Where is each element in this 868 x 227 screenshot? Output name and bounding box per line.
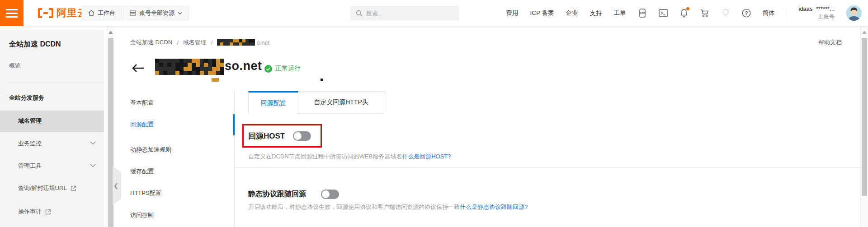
submenu-cache-config[interactable]: 缓存配置: [130, 167, 154, 176]
nav-tickets[interactable]: 工单: [614, 9, 626, 17]
sidebar-item-label: 管理工具: [18, 162, 42, 170]
config-tabs: 回源配置 自定义回源HTTP头: [248, 91, 384, 114]
breadcrumb-separator: /: [211, 39, 213, 46]
content-vertical-divider: [234, 91, 235, 227]
origin-host-description-text: 自定义在DCDN节点回源过程中所需访问的WEB服务器域名: [248, 153, 402, 160]
search-icon: [356, 10, 363, 17]
avatar[interactable]: [846, 5, 862, 21]
nav-icp[interactable]: ICP 备案: [530, 9, 554, 17]
svg-text:APP: APP: [640, 12, 645, 14]
toggle-knob: [322, 190, 330, 198]
redacted-domain-mosaic: [217, 39, 255, 46]
sidebar-divider: [8, 83, 104, 83]
account-role: 主账号: [818, 13, 835, 21]
aliyun-logo[interactable]: 阿里云: [38, 0, 88, 26]
scroll-up-arrow[interactable]: [862, 31, 867, 34]
section-divider: [235, 167, 860, 168]
breadcrumb-current-domain: o.net: [217, 39, 269, 46]
help-doc-link[interactable]: 帮助文档: [818, 38, 842, 46]
submenu-basic-config[interactable]: 基本配置: [130, 99, 154, 107]
svg-text:?: ?: [745, 10, 748, 16]
red-highlight-box: [242, 124, 322, 148]
cart-icon[interactable]: [700, 9, 709, 18]
static-protocol-description: 开启该功能后，对静态协议生效，回源使用协议和客户端访问资源的协议保持一致什么是静…: [248, 203, 528, 211]
notification-dot: [686, 7, 689, 10]
app-icon[interactable]: APP: [638, 9, 647, 18]
nav-support[interactable]: 支持: [590, 9, 602, 17]
page-title-domain-suffix: so.net: [225, 59, 262, 73]
chevron-down-icon[interactable]: [90, 141, 96, 145]
breadcrumb-separator: /: [177, 39, 179, 46]
sidebar-section-title: 全站分发服务: [9, 94, 44, 102]
origin-host-help-link[interactable]: 什么是回源HOST?: [402, 153, 451, 160]
sidebar-item-label: 操作审计: [18, 208, 42, 216]
redacted-domain-title-mosaic: [155, 59, 224, 75]
product-sidebar: 全站加速 DCDN 概览 全站分发服务 域名管理 业务监控 管理工具 查询/解封…: [0, 30, 104, 227]
static-protocol-description-text: 开启该功能后，对静态协议生效，回源使用协议和客户端访问资源的协议保持一致: [248, 204, 460, 210]
submenu-origin-config[interactable]: 回源配置: [130, 120, 154, 129]
status-label: 正常运行: [275, 65, 301, 73]
submenu-https-config[interactable]: HTTPS配置: [130, 189, 161, 197]
origin-host-description: 自定义在DCDN节点回源过程中所需访问的WEB服务器域名什么是回源HOST?: [248, 153, 451, 161]
redacted-stray-mosaic: [321, 79, 323, 81]
help-icon[interactable]: ?: [742, 9, 751, 18]
sidebar-item-action-trail[interactable]: 操作审计: [18, 208, 51, 216]
bell-icon[interactable]: [679, 9, 689, 18]
scrollbar-thumb[interactable]: [862, 38, 867, 196]
submenu-active-indicator: [233, 114, 235, 135]
static-protocol-toggle[interactable]: [321, 190, 339, 199]
sidebar-item-management-tools[interactable]: 管理工具: [18, 162, 42, 170]
workbench-button[interactable]: 工作台: [81, 6, 122, 20]
submenu-acceleration-rules[interactable]: 动静态加速规则: [130, 146, 171, 154]
global-search[interactable]: [350, 6, 459, 20]
sidebar-item-domain-management[interactable]: 域名管理: [18, 117, 42, 125]
submenu-access-control[interactable]: 访问控制: [130, 211, 154, 219]
sidebar-selected-highlight: [0, 111, 104, 132]
terminal-icon[interactable]: [659, 9, 668, 18]
chevron-left-icon: ❮: [113, 182, 118, 189]
header-divider: [787, 8, 787, 19]
workbench-label: 工作台: [98, 9, 115, 17]
redacted-stray-mosaic: [212, 78, 219, 82]
header-right-nav: 费用 ICP 备案 企业 支持 工单 APP ?: [506, 0, 862, 26]
panel-collapse-handle[interactable]: ❮: [113, 166, 121, 205]
language-switcher[interactable]: 简体: [763, 9, 775, 17]
sidebar-item-query-unblock-url[interactable]: 查询/解封违规URL: [18, 184, 76, 192]
top-header: 阿里云 工作台 账号全部资源 费用 ICP 备案 企业 支持 工单 APP: [0, 0, 868, 26]
account-resources-label: 账号全部资源: [139, 9, 175, 17]
account-name: idaas_******...: [799, 5, 835, 12]
chevron-down-icon: [178, 12, 182, 15]
breadcrumb-domain-management[interactable]: 域名管理: [183, 38, 207, 46]
status-badge: 正常运行: [264, 65, 301, 73]
page-scrollbar[interactable]: [860, 26, 868, 227]
home-icon: [88, 10, 94, 16]
external-link-icon: [71, 185, 76, 191]
scroll-up-arrow[interactable]: [108, 31, 113, 34]
breadcrumb: 全站加速 DCDN / 域名管理 / o.net: [130, 38, 269, 46]
sidebar-item-label: 业务监控: [18, 139, 42, 148]
back-arrow-icon[interactable]: [132, 64, 144, 73]
sidebar-item-business-monitoring[interactable]: 业务监控: [18, 139, 42, 148]
sidebar-title: 全站加速 DCDN: [9, 40, 61, 49]
account-menu[interactable]: idaas_******... 主账号: [799, 5, 835, 21]
static-protocol-title: 静态协议跟随回源: [248, 190, 306, 199]
account-resources-dropdown[interactable]: 账号全部资源: [123, 6, 189, 20]
hamburger-menu-button[interactable]: [0, 0, 24, 26]
resources-icon: [130, 10, 136, 16]
sidebar-item-label: 查询/解封违规URL: [18, 184, 67, 192]
tab-custom-origin-http-header[interactable]: 自定义回源HTTP头: [298, 91, 384, 114]
check-circle-icon: [264, 65, 272, 73]
bulb-icon[interactable]: [721, 9, 730, 18]
chevron-down-icon[interactable]: [90, 164, 96, 167]
tab-origin-config[interactable]: 回源配置: [248, 91, 298, 114]
dcdn-console-page: 阿里云 工作台 账号全部资源 费用 ICP 备案 企业 支持 工单 APP: [0, 0, 868, 227]
nav-billing[interactable]: 费用: [506, 9, 518, 17]
sidebar-item-overview[interactable]: 概览: [9, 62, 21, 70]
breadcrumb-domain-suffix: o.net: [256, 39, 269, 46]
static-protocol-help-link[interactable]: 什么是静态协议跟随回源?: [460, 204, 528, 210]
aliyun-logo-icon: [38, 8, 53, 18]
external-link-icon: [45, 209, 51, 215]
search-input[interactable]: [366, 10, 448, 17]
breadcrumb-dcdn[interactable]: 全站加速 DCDN: [130, 38, 172, 46]
nav-enterprise[interactable]: 企业: [566, 9, 578, 17]
